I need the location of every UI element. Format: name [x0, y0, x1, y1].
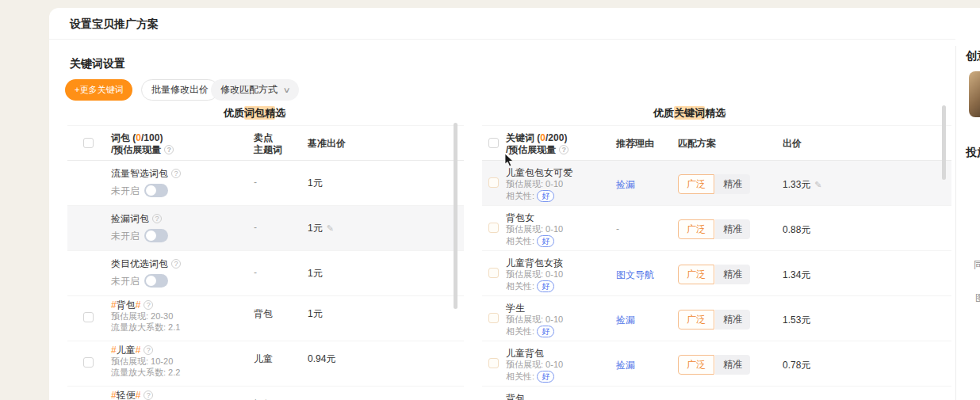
impressions-estimate: 预估展现: 0-10 [506, 179, 572, 189]
reason-link[interactable]: 图文导航 [616, 269, 654, 282]
keyword-cell: 儿童背包 预估展现: 0-10 相关性: 好 [506, 348, 563, 383]
row-checkbox[interactable] [488, 358, 499, 368]
wordpack-name-cell: #轻便#? 预估展现: 10-20 [111, 390, 173, 400]
relevance-line: 相关性: 好 [506, 280, 563, 292]
wordpack-toggle[interactable] [144, 229, 168, 242]
wordpack-toggle[interactable] [144, 274, 168, 288]
match-exact-chip[interactable]: 精准 [715, 219, 750, 239]
bid-value: 1.34元 [783, 269, 810, 282]
keyword-row: 儿童背包 预估展现: 0-10 相关性: 好 捡漏 广泛精准 0.78元 [482, 341, 951, 387]
keyword-cell: 背包女 预估展现: 0-10 相关性: 好 [506, 212, 563, 247]
match-exact-chip[interactable]: 精准 [715, 355, 750, 375]
targeting-section-title: 投放 [966, 146, 980, 160]
match-broad-chip[interactable]: 广泛 [678, 265, 714, 284]
chevron-down-icon: ∨ [283, 80, 291, 100]
keyword-cell: 背包 [506, 393, 525, 400]
panel-divider [955, 46, 956, 400]
toggle-knob [146, 185, 156, 196]
help-icon[interactable]: ? [144, 345, 153, 355]
row-checkbox[interactable] [488, 177, 499, 188]
wordpack-name-cell: 捡漏词包? 未开启 [111, 213, 168, 243]
keyword-row: 儿童包包女可爱 预估展现: 0-10 相关性: 好 捡漏 广泛精准 1.33元✎ [482, 161, 951, 206]
impressions-estimate: 预估展现: 0-10 [506, 360, 563, 370]
row-checkbox[interactable] [83, 312, 94, 322]
relevance-line: 相关性: 好 [506, 235, 563, 247]
keyword-cell: 儿童背包女孩 预估展现: 0-10 相关性: 好 [506, 257, 563, 292]
match-broad-chip[interactable]: 广泛 [678, 355, 714, 375]
sell-point-value: - [254, 222, 257, 233]
wordpack-row: #背包#? 预估展现: 20-30 流量放大系数: 2.1 背包 1元 [67, 296, 464, 341]
panel-label-fragment: 同 [974, 258, 980, 272]
edit-match-type-label: 修改匹配方式 [220, 84, 278, 95]
relevance-line: 相关性: 好 [506, 371, 563, 383]
sell-point-value: - [254, 267, 257, 278]
edit-match-type-button[interactable]: 修改匹配方式∨ [211, 79, 299, 101]
wordpack-row: 类目优选词包? 未开启 - 1元 [67, 251, 464, 296]
match-plan-cell: 广泛精准 [678, 174, 750, 194]
mouse-cursor [504, 154, 514, 167]
bid-value: 0.94元 [308, 352, 335, 366]
help-icon[interactable]: ? [144, 300, 153, 310]
wordpack-name-cell: #背包#? 预估展现: 20-30 流量放大系数: 2.1 [111, 299, 180, 333]
toggle-status-label: 未开启 [111, 276, 140, 287]
sell-point-value: - [254, 177, 257, 188]
relevance-good-badge: 好 [537, 235, 554, 247]
toggle-knob [146, 230, 156, 241]
reason-link[interactable]: 捡漏 [616, 314, 635, 327]
edit-bid-icon[interactable]: ✎ [327, 223, 334, 233]
help-icon[interactable]: ? [164, 145, 174, 154]
help-icon[interactable]: ? [171, 169, 181, 178]
row-checkbox[interactable] [488, 313, 499, 323]
bid-value: 1.53元 [783, 314, 810, 327]
keyword-table-scrollbar[interactable] [942, 105, 946, 180]
keyword-table-title: 优质关键词精选 [653, 106, 725, 120]
reason-link[interactable]: 捡漏 [616, 359, 635, 372]
title-highlight: 词包精 [244, 106, 275, 120]
select-all-checkbox[interactable] [83, 138, 94, 148]
match-plan-cell: 广泛精准 [678, 310, 750, 330]
edit-bid-icon[interactable]: ✎ [814, 180, 821, 189]
col-bid: 出价 [783, 138, 802, 150]
col-keyword: 关键词 (0/200) /预估展现量? [506, 132, 568, 156]
impressions-estimate: 预估展现: 0-10 [506, 269, 563, 280]
match-exact-chip[interactable]: 精准 [715, 174, 750, 194]
keyword-settings-title: 关键词设置 [70, 57, 125, 71]
keyword-row: 背包 广泛精准 [482, 387, 951, 400]
help-icon[interactable]: ? [559, 145, 568, 154]
relevance-good-badge: 好 [537, 371, 554, 383]
help-icon[interactable]: ? [171, 259, 181, 269]
help-icon[interactable]: ? [152, 214, 162, 223]
impressions-estimate: 预估展现: 0-10 [506, 314, 563, 325]
match-broad-chip[interactable]: 广泛 [678, 219, 714, 239]
keyword-cell: 儿童包包女可爱 预估展现: 0-10 相关性: 好 [506, 167, 572, 202]
row-checkbox[interactable] [83, 357, 94, 368]
row-checkbox[interactable] [488, 223, 499, 233]
bid-value: 1.33元✎ [783, 178, 822, 192]
select-all-checkbox[interactable] [488, 138, 499, 148]
wordpack-table: 词包 (0/100) /预估展现量? 卖点 主题词 基准出价 流量智选词包? 未… [67, 125, 464, 400]
col-base-bid: 基准出价 [308, 138, 346, 150]
match-plan-cell: 广泛精准 [678, 355, 750, 375]
wordpack-table-scrollbar[interactable] [454, 123, 457, 309]
match-exact-chip[interactable]: 精准 [715, 310, 750, 330]
page: { "page": { "title": "设置宝贝推广方案" }, "icon… [0, 0, 980, 400]
help-icon[interactable]: ? [144, 390, 153, 400]
keyword-cell: 学生 预估展现: 0-10 相关性: 好 [506, 303, 563, 337]
bid-value: 0.88元 [783, 223, 810, 237]
batch-edit-bid-button[interactable]: 批量修改出价 [141, 79, 219, 101]
match-broad-chip[interactable]: 广泛 [678, 310, 714, 330]
match-broad-chip[interactable]: 广泛 [678, 174, 714, 194]
col-reason: 推荐理由 [616, 138, 654, 150]
wordpack-toggle[interactable] [144, 184, 168, 197]
title-divider [49, 39, 955, 40]
more-keywords-button[interactable]: +更多关键词 [65, 79, 132, 101]
wordpack-name-cell: 类目优选词包? 未开启 [111, 258, 181, 288]
reason-link[interactable]: 捡漏 [616, 178, 635, 192]
relevance-good-badge: 好 [537, 190, 554, 202]
toggle-knob [146, 276, 156, 286]
toggle-status-label: 未开启 [111, 185, 140, 196]
wordpack-row: #轻便#? 预估展现: 10-20 轻便 1.06元 [67, 387, 464, 400]
main-card: 设置宝贝推广方案 关键词设置 +更多关键词 批量修改出价 修改匹配方式∨ 优质词… [49, 8, 980, 400]
match-exact-chip[interactable]: 精准 [715, 265, 750, 284]
row-checkbox[interactable] [488, 268, 499, 278]
